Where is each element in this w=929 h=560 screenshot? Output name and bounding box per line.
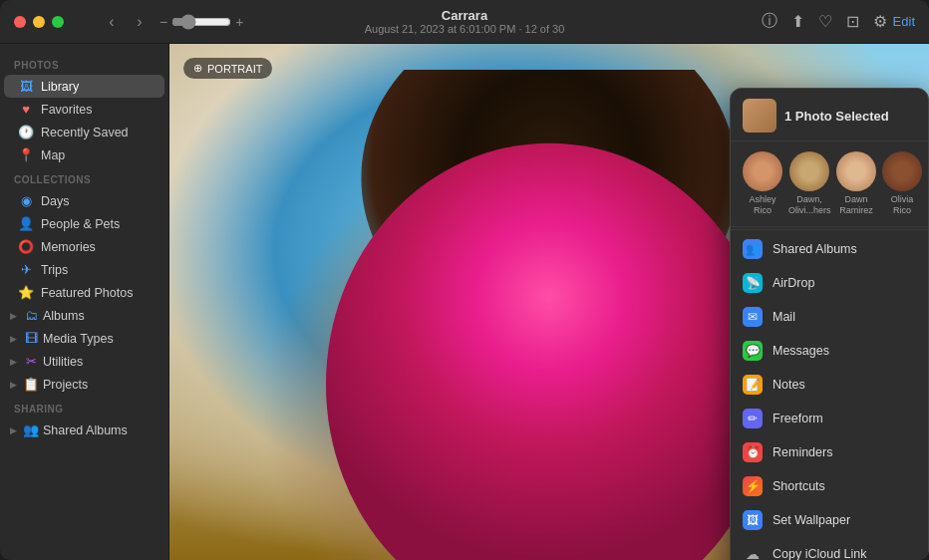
library-icon: 🖼 [18, 79, 34, 94]
sharing-section-label: Sharing [0, 396, 168, 419]
share-menu-messages[interactable]: 💬 Messages [731, 334, 928, 368]
contact-ashley[interactable]: Ashley Rico [743, 151, 782, 216]
mail-label: Mail [773, 310, 795, 324]
zoom-out-button[interactable]: − [159, 14, 167, 30]
reminders-label: Reminders [773, 445, 832, 459]
share-menu-reminders[interactable]: ⏰ Reminders [731, 435, 928, 469]
share-header-avatar [743, 99, 776, 133]
share-menu-freeform[interactable]: ✏ Freeform [731, 402, 928, 435]
sidebar-item-media-types[interactable]: ▶ 🎞 Media Types [4, 327, 164, 350]
favorites-icon: ♥ [18, 102, 34, 117]
share-popup: 1 Photo Selected Ashley Rico Dawn, Olivi… [730, 88, 929, 560]
notes-label: Notes [773, 378, 805, 392]
maximize-button[interactable] [52, 16, 64, 28]
messages-icon: 💬 [743, 341, 763, 361]
wallpaper-label: Set Wallpaper [773, 513, 850, 527]
sidebar-item-label-recently-saved: Recently Saved [41, 126, 129, 140]
sidebar-item-favorites[interactable]: ♥ Favorites [4, 98, 164, 121]
projects-icon: 📋 [23, 377, 39, 392]
sidebar-item-featured-photos[interactable]: ⭐ Featured Photos [4, 281, 164, 304]
sidebar-item-shared-albums[interactable]: ▶ 👥 Shared Albums [4, 419, 164, 441]
zoom-control: − + [159, 14, 243, 30]
contact-avatar-dawn1 [789, 151, 829, 191]
share-menu-shared-albums[interactable]: 👥 Shared Albums [731, 232, 928, 266]
adjust-icon[interactable]: ⚙ [873, 12, 887, 31]
sidebar-item-label-days: Days [41, 194, 69, 208]
zoom-slider[interactable] [171, 14, 231, 30]
share-menu-airdrop[interactable]: 📡 AirDrop [731, 266, 928, 300]
contact-avatar-ashley [743, 151, 782, 191]
contact-dawn1[interactable]: Dawn, Olivi...hers [788, 151, 830, 216]
close-button[interactable] [14, 16, 26, 28]
share-menu-mail[interactable]: ✉ Mail [731, 300, 928, 334]
sidebar-item-memories[interactable]: ⭕ Memories [4, 235, 164, 258]
traffic-lights [14, 16, 64, 28]
contact-label-olivia: Olivia Rico [882, 194, 922, 216]
sidebar-item-label-media-types: Media Types [43, 332, 114, 346]
portrait-badge-icon: ⊕ [193, 62, 202, 75]
sidebar-item-days[interactable]: ◉ Days [4, 189, 164, 212]
contact-label-dawn2: Dawn Ramirez [836, 194, 876, 216]
airdrop-label: AirDrop [773, 276, 814, 290]
share-contacts: Ashley Rico Dawn, Olivi...hers Dawn Rami… [731, 141, 928, 227]
portrait-badge-label: PORTRAIT [207, 63, 262, 75]
recently-saved-icon: 🕐 [18, 125, 34, 140]
back-button[interactable]: ‹ [100, 10, 124, 34]
albums-chevron: ▶ [10, 311, 17, 321]
sidebar: Photos 🖼 Library ♥ Favorites 🕐 Recently … [0, 44, 169, 560]
freeform-label: Freeform [773, 412, 823, 425]
sidebar-item-label-favorites: Favorites [41, 103, 92, 117]
sidebar-item-label-projects: Projects [43, 378, 88, 392]
albums-icon: 🗂 [23, 308, 39, 323]
zoom-in-button[interactable]: + [235, 14, 243, 30]
minimize-button[interactable] [33, 16, 45, 28]
share-icon[interactable]: ⬆ [791, 12, 804, 31]
share-menu-shortcuts[interactable]: ⚡ Shortcuts [731, 469, 928, 503]
contact-olivia[interactable]: Olivia Rico [882, 151, 922, 216]
share-menu-wallpaper[interactable]: 🖼 Set Wallpaper [731, 503, 928, 537]
contact-label-dawn1: Dawn, Olivi...hers [788, 194, 830, 216]
crop-icon[interactable]: ⊡ [846, 12, 859, 31]
contact-avatar-olivia [882, 151, 922, 191]
icloud-label: Copy iCloud Link [773, 547, 867, 560]
sidebar-item-label-people-pets: People & Pets [41, 217, 120, 231]
portrait-badge: ⊕ PORTRAIT [183, 58, 272, 79]
favorite-icon[interactable]: ♡ [818, 12, 832, 31]
window-title: Carrara [442, 8, 487, 23]
nav-buttons: ‹ › [100, 10, 152, 34]
share-divider-1 [731, 229, 928, 230]
contact-dawn2[interactable]: Dawn Ramirez [836, 151, 876, 216]
share-menu-icloud[interactable]: ☁ Copy iCloud Link [731, 537, 928, 560]
sidebar-item-utilities[interactable]: ▶ ✂ Utilities [4, 350, 164, 373]
sidebar-item-label-map: Map [41, 148, 65, 162]
freeform-icon: ✏ [743, 409, 763, 428]
title-center: Carrara August 21, 2023 at 6:01:00 PM · … [365, 8, 565, 35]
sidebar-item-map[interactable]: 📍 Map [4, 143, 164, 166]
edit-button[interactable]: Edit [893, 14, 915, 29]
collections-section-label: Collections [0, 166, 168, 189]
days-icon: ◉ [18, 193, 34, 208]
notes-icon: 📝 [743, 375, 763, 395]
sidebar-item-people-pets[interactable]: 👤 People & Pets [4, 212, 164, 235]
contact-label-ashley: Ashley Rico [743, 194, 782, 216]
messages-label: Messages [773, 344, 829, 358]
info-icon[interactable]: ⓘ [762, 11, 777, 32]
window-subtitle: August 21, 2023 at 6:01:00 PM · 12 of 30 [365, 23, 565, 35]
sidebar-item-label-trips: Trips [41, 263, 68, 277]
shared-albums-label: Shared Albums [773, 242, 857, 256]
media-types-icon: 🎞 [23, 331, 39, 346]
sidebar-item-label-featured-photos: Featured Photos [41, 286, 133, 300]
trips-icon: ✈ [18, 262, 34, 277]
forward-button[interactable]: › [128, 10, 152, 34]
share-menu-notes[interactable]: 📝 Notes [731, 368, 928, 402]
sidebar-item-recently-saved[interactable]: 🕐 Recently Saved [4, 121, 164, 143]
sidebar-item-label-albums: Albums [43, 309, 85, 323]
shortcuts-label: Shortcuts [773, 479, 825, 493]
projects-chevron: ▶ [10, 380, 17, 390]
sidebar-item-projects[interactable]: ▶ 📋 Projects [4, 373, 164, 396]
sidebar-item-albums[interactable]: ▶ 🗂 Albums [4, 304, 164, 327]
utilities-chevron: ▶ [10, 357, 17, 367]
share-header-text: 1 Photo Selected [784, 109, 889, 124]
sidebar-item-trips[interactable]: ✈ Trips [4, 258, 164, 281]
sidebar-item-library[interactable]: 🖼 Library [4, 75, 164, 98]
